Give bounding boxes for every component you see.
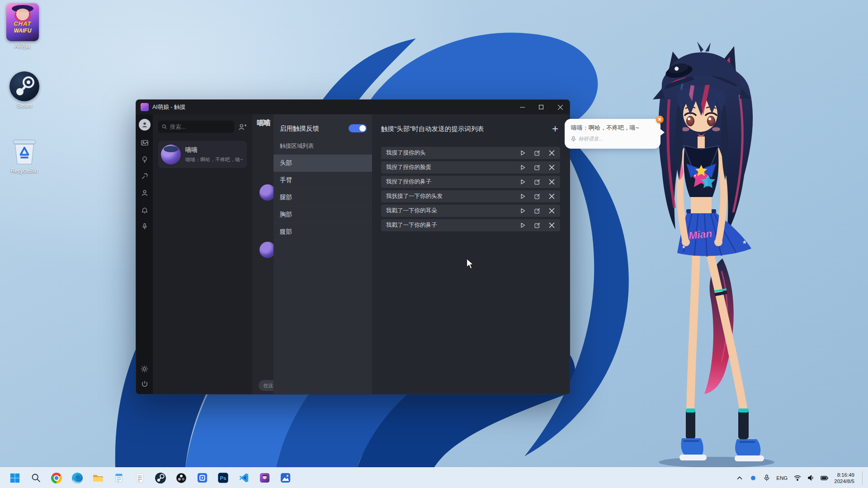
mouse-cursor: [0, 0, 868, 488]
